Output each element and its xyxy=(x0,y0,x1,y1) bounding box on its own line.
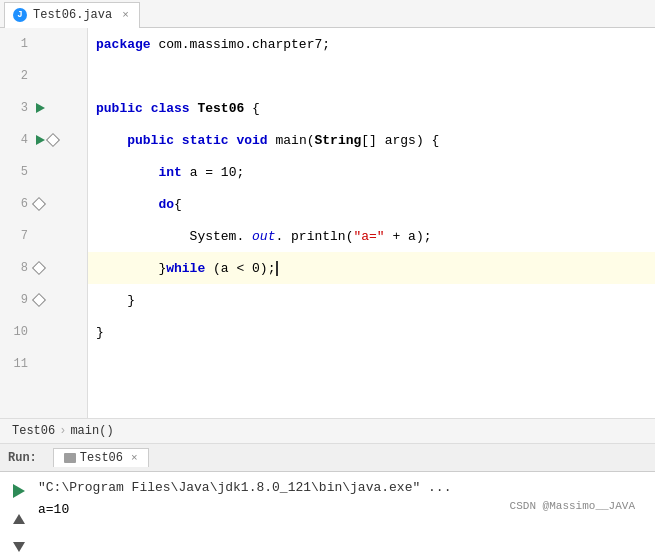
gutter-row: 3 xyxy=(0,92,87,124)
code-content: do{ xyxy=(96,197,182,212)
tab-test06[interactable]: J Test06.java × xyxy=(4,2,140,28)
token-kw: class xyxy=(151,101,190,116)
tab-label: Test06.java xyxy=(33,8,112,22)
gutter-row: 6 xyxy=(0,188,87,220)
token-kw: void xyxy=(236,133,267,148)
token-normal: main( xyxy=(268,133,315,148)
run-result: a=10 xyxy=(38,502,69,517)
line-gutter: 1234567891011 xyxy=(0,28,88,418)
editor-area: 1234567891011 package com.massimo.charpt… xyxy=(0,28,655,418)
code-content: System. out. println("a=" + a); xyxy=(96,229,432,244)
run-triangle-icon[interactable] xyxy=(34,134,46,146)
watermark: CSDN @Massimo__JAVA xyxy=(510,500,635,512)
run-header: Run: Test06 × xyxy=(0,444,655,472)
token-classname: String xyxy=(315,133,362,148)
token-kw: public xyxy=(127,133,174,148)
gutter-row: 8 xyxy=(0,252,87,284)
code-content: public class Test06 { xyxy=(96,101,260,116)
run-down-button[interactable] xyxy=(8,536,30,552)
run-tab-close[interactable]: × xyxy=(131,452,138,464)
console-icon xyxy=(64,453,76,463)
token-normal xyxy=(96,133,127,148)
gutter-icons xyxy=(34,134,58,146)
run-up-button[interactable] xyxy=(8,508,30,530)
gutter-row: 11 xyxy=(0,348,87,380)
run-play-button[interactable] xyxy=(8,480,30,502)
line-number: 2 xyxy=(4,69,28,83)
code-row: public class Test06 { xyxy=(88,92,655,124)
gutter-icons xyxy=(34,295,44,305)
run-controls: "C:\Program Files\Java\jdk1.8.0_121\bin\… xyxy=(0,472,655,550)
line-number: 3 xyxy=(4,101,28,115)
code-content: public static void main(String[] args) { xyxy=(96,133,439,148)
play-triangle-icon xyxy=(13,484,25,498)
run-output: "C:\Program Files\Java\jdk1.8.0_121\bin\… xyxy=(38,476,647,520)
line-number: 10 xyxy=(4,325,28,339)
run-label: Run: xyxy=(8,451,37,465)
token-kw: static xyxy=(182,133,229,148)
token-normal: { xyxy=(244,101,260,116)
gutter-row: 5 xyxy=(0,156,87,188)
code-row: do{ xyxy=(88,188,655,220)
token-normal: { xyxy=(174,197,182,212)
gutter-icons xyxy=(34,199,44,209)
gutter-row: 1 xyxy=(0,28,87,60)
token-kw: do xyxy=(158,197,174,212)
run-panel: Run: Test06 × "C:\Program Files\Java\jdk… xyxy=(0,444,655,550)
token-italic-out: out xyxy=(244,229,275,244)
code-row: int a = 10; xyxy=(88,156,655,188)
gutter-row: 2 xyxy=(0,60,87,92)
token-normal: a = 10; xyxy=(182,165,244,180)
gutter-icons xyxy=(34,102,46,114)
line-number: 4 xyxy=(4,133,28,147)
line-number: 8 xyxy=(4,261,28,275)
code-row: }while (a < 0); xyxy=(88,252,655,284)
token-kw: public xyxy=(96,101,143,116)
token-normal: (a < 0); xyxy=(205,261,275,276)
code-content xyxy=(96,357,104,372)
tab-close-button[interactable]: × xyxy=(122,9,129,21)
code-content: } xyxy=(96,325,104,340)
text-cursor xyxy=(276,261,278,276)
code-content: } xyxy=(96,293,135,308)
code-row: } xyxy=(88,284,655,316)
arrow-down-icon xyxy=(13,542,25,552)
gutter-row: 9 xyxy=(0,284,87,316)
breadcrumb: Test06 › main() xyxy=(0,418,655,444)
token-kw: while xyxy=(166,261,205,276)
run-tab[interactable]: Test06 × xyxy=(53,448,149,467)
step-diamond-icon[interactable] xyxy=(32,293,46,307)
run-triangle-icon[interactable] xyxy=(34,102,46,114)
token-normal: } xyxy=(96,293,135,308)
code-content xyxy=(96,69,104,84)
breakpoint-diamond-icon[interactable] xyxy=(32,197,46,211)
token-normal: System. xyxy=(96,229,244,244)
token-classname: Test06 xyxy=(197,101,244,116)
token-normal: com.massimo.charpter7; xyxy=(151,37,330,52)
gutter-row: 4 xyxy=(0,124,87,156)
arrow-up-icon xyxy=(13,514,25,524)
tab-bar: J Test06.java × xyxy=(0,0,655,28)
code-row: } xyxy=(88,316,655,348)
token-normal xyxy=(96,165,158,180)
breakpoint-diamond-icon[interactable] xyxy=(46,133,60,147)
token-normal: } xyxy=(96,261,166,276)
code-row: public static void main(String[] args) { xyxy=(88,124,655,156)
code-row: System. out. println("a=" + a); xyxy=(88,220,655,252)
gutter-icons xyxy=(34,263,44,273)
line-number: 6 xyxy=(4,197,28,211)
code-content: }while (a < 0); xyxy=(96,261,278,276)
code-content: package com.massimo.charpter7; xyxy=(96,37,330,52)
step-diamond-icon[interactable] xyxy=(32,261,46,275)
token-normal: } xyxy=(96,325,104,340)
run-output-area: "C:\Program Files\Java\jdk1.8.0_121\bin\… xyxy=(38,476,647,520)
line-number: 9 xyxy=(4,293,28,307)
code-content: int a = 10; xyxy=(96,165,244,180)
token-kw: package xyxy=(96,37,151,52)
code-area[interactable]: package com.massimo.charpter7; public cl… xyxy=(88,28,655,418)
run-command: "C:\Program Files\Java\jdk1.8.0_121\bin\… xyxy=(38,480,451,495)
token-normal: + a); xyxy=(385,229,432,244)
token-normal xyxy=(174,133,182,148)
token-kw: int xyxy=(158,165,181,180)
breadcrumb-method: main() xyxy=(70,424,113,438)
